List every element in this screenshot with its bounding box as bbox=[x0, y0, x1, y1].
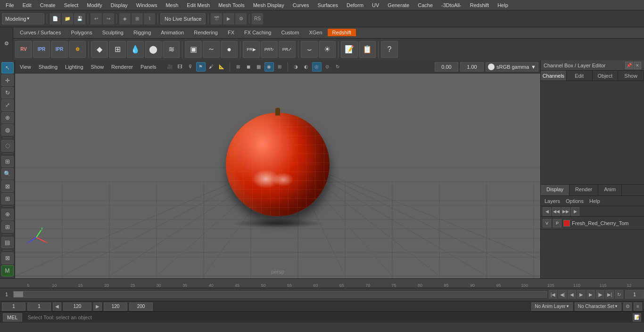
vp-ruler-icon[interactable]: 📐 bbox=[217, 62, 226, 72]
menu-edit[interactable]: Edit bbox=[19, 1, 35, 9]
layer-menu-options[interactable]: Options bbox=[564, 197, 586, 205]
show-manipulator[interactable]: ⊞ bbox=[1, 156, 14, 167]
module-selector[interactable]: Modeling bbox=[2, 13, 44, 24]
menu-mesh-display[interactable]: Mesh Display bbox=[249, 1, 288, 9]
range-expand-right[interactable]: ▶ bbox=[93, 302, 102, 311]
shelf-icon-cube-rs[interactable]: ▣ bbox=[185, 41, 202, 58]
shelf-icon-script2[interactable]: 📋 bbox=[359, 41, 376, 58]
new-file-btn[interactable]: 📄 bbox=[50, 13, 61, 24]
redo-btn[interactable]: ↪ bbox=[103, 13, 114, 24]
vp-menu-panels[interactable]: Panels bbox=[138, 63, 159, 71]
shelf-icon-bump[interactable]: ≋ bbox=[163, 41, 180, 58]
layer-icon-next2[interactable]: ▶ bbox=[571, 207, 579, 216]
tab-edit[interactable]: Edit bbox=[567, 71, 593, 81]
channel-box-pin[interactable]: 📌 bbox=[625, 62, 633, 69]
shelf-tab-animation[interactable]: Animation bbox=[156, 29, 189, 36]
shelf-tab-rigging[interactable]: Rigging bbox=[129, 29, 156, 36]
vp-wire-icon[interactable]: ⊠ bbox=[233, 62, 243, 72]
tab-show[interactable]: Show bbox=[618, 71, 644, 81]
shelf-icon-pr3[interactable]: PR⤢ bbox=[279, 41, 296, 58]
redshift-btn[interactable]: RS bbox=[252, 13, 263, 24]
menu-display[interactable]: Display bbox=[107, 1, 132, 9]
layer-tool1[interactable]: ⊕ bbox=[1, 209, 14, 220]
undo-btn[interactable]: ↩ bbox=[91, 13, 102, 24]
layer-tool2[interactable]: ⊞ bbox=[1, 221, 14, 233]
layer-row-item[interactable]: V P Fresh_Red_Cherry_Tom bbox=[541, 217, 644, 230]
shelf-icon-diamond[interactable]: ◆ bbox=[91, 41, 108, 58]
shelf-icon-rv[interactable]: RV bbox=[15, 41, 32, 58]
universal-manip[interactable]: ⊕ bbox=[1, 112, 14, 123]
bottom-settings[interactable]: ⚙ bbox=[623, 302, 632, 311]
bottom-extra[interactable]: ≡ bbox=[634, 302, 642, 311]
layout-btn2[interactable]: ⊞ bbox=[1, 193, 14, 204]
render-view-btn[interactable]: 🎬 bbox=[211, 13, 222, 24]
menu-create[interactable]: Create bbox=[36, 1, 59, 9]
menu-curves[interactable]: Curves bbox=[289, 1, 313, 9]
vp-menu-view[interactable]: View bbox=[17, 63, 34, 71]
scale-tool[interactable]: ⤢ bbox=[1, 99, 14, 111]
shelf-tab-redshift[interactable]: Redshift bbox=[328, 29, 356, 36]
shelf-tab-fx[interactable]: FX bbox=[223, 29, 239, 36]
layer-tab-display[interactable]: Display bbox=[541, 185, 570, 195]
shelf-icon-sphere[interactable]: ⬤ bbox=[145, 41, 162, 58]
open-file-btn[interactable]: 📁 bbox=[62, 13, 73, 24]
layout-btn[interactable]: ⊠ bbox=[1, 180, 14, 192]
shelf-icon-pr2[interactable]: PR↻ bbox=[261, 41, 278, 58]
shelf-icon-light[interactable]: ☀ bbox=[319, 41, 336, 58]
quick-layout[interactable]: ⊠ bbox=[1, 252, 14, 264]
menu-mesh[interactable]: Mesh bbox=[162, 1, 182, 9]
menu-mesh-tools[interactable]: Mesh Tools bbox=[215, 1, 248, 9]
vp-menu-shading[interactable]: Shading bbox=[36, 63, 60, 71]
layer-icon-next[interactable]: ▶▶ bbox=[561, 207, 570, 216]
vp-field1[interactable] bbox=[435, 62, 458, 72]
layer-icon-prev[interactable]: ◀ bbox=[543, 207, 551, 216]
color-profile-selector[interactable]: sRGB gamma ▼ bbox=[486, 62, 538, 72]
render-tool[interactable]: ▤ bbox=[1, 237, 14, 248]
vp-paint-icon[interactable]: 🖌 bbox=[206, 62, 216, 72]
range-max-field[interactable]: 120 bbox=[104, 302, 127, 311]
layer-p-btn[interactable]: P bbox=[553, 219, 561, 227]
status-script-editor[interactable]: 📝 bbox=[633, 313, 641, 322]
shelf-icon-grid[interactable]: ⊞ bbox=[109, 41, 126, 58]
menu-select[interactable]: Select bbox=[60, 1, 83, 9]
layer-menu-help[interactable]: Help bbox=[587, 197, 602, 205]
3d-object-tomato[interactable] bbox=[226, 113, 330, 228]
vp-active-icon[interactable]: ⚑ bbox=[196, 62, 206, 72]
vp-aa-icon[interactable]: ↻ bbox=[333, 62, 342, 72]
vp-shaded-icon[interactable]: ◉ bbox=[264, 62, 274, 72]
frame-input[interactable] bbox=[625, 290, 644, 299]
shelf-icon-question[interactable]: ? bbox=[381, 41, 398, 58]
range-start-field[interactable]: 1 bbox=[2, 302, 25, 311]
menu-3dtoall[interactable]: -3DtoAll- bbox=[438, 1, 465, 9]
menu-surfaces[interactable]: Surfaces bbox=[314, 1, 342, 9]
go-to-end[interactable]: ▶| bbox=[605, 290, 614, 299]
menu-cache[interactable]: Cache bbox=[414, 1, 437, 9]
go-to-start[interactable]: |◀ bbox=[549, 290, 557, 299]
snap-to-grid[interactable]: ⊞ bbox=[132, 13, 143, 24]
menu-edit-mesh[interactable]: Edit Mesh bbox=[183, 1, 214, 9]
range-expand-left[interactable]: ◀ bbox=[53, 302, 61, 311]
mel-mode-label[interactable]: MEL bbox=[3, 313, 22, 322]
loop-btn[interactable]: ↻ bbox=[615, 290, 623, 299]
shelf-tab-custom[interactable]: Custom bbox=[277, 29, 304, 36]
prev-key[interactable]: ◀| bbox=[558, 290, 567, 299]
vp-ssao-icon[interactable]: ◎ bbox=[312, 62, 322, 72]
rotate-tool[interactable]: ↻ bbox=[1, 87, 14, 98]
shelf-icon-bowl[interactable]: ⌣ bbox=[301, 41, 318, 58]
range-end-field[interactable]: 120 bbox=[63, 302, 91, 311]
range-absmax-field[interactable]: 200 bbox=[129, 302, 153, 311]
maya-logo[interactable]: M bbox=[1, 265, 14, 276]
layer-visibility-btn[interactable]: V bbox=[543, 219, 551, 227]
vp-film-icon[interactable]: 🎞 bbox=[175, 62, 185, 72]
shelf-tab-rendering[interactable]: Rendering bbox=[189, 29, 223, 36]
menu-windows[interactable]: Windows bbox=[132, 1, 161, 9]
channel-box-close[interactable]: ✕ bbox=[634, 62, 641, 69]
vp-shadows-icon[interactable]: ◑ bbox=[291, 62, 301, 72]
layer-icon-prev2[interactable]: ◀◀ bbox=[552, 207, 561, 216]
vp-mic-icon[interactable]: 🎙 bbox=[186, 62, 195, 72]
vp-menu-show[interactable]: Show bbox=[88, 63, 107, 71]
no-live-surface[interactable]: No Live Surface bbox=[160, 13, 206, 24]
next-key[interactable]: |▶ bbox=[596, 290, 604, 299]
save-file-btn[interactable]: 💾 bbox=[74, 13, 85, 24]
snap-to-curve[interactable]: ⌇ bbox=[144, 13, 155, 24]
